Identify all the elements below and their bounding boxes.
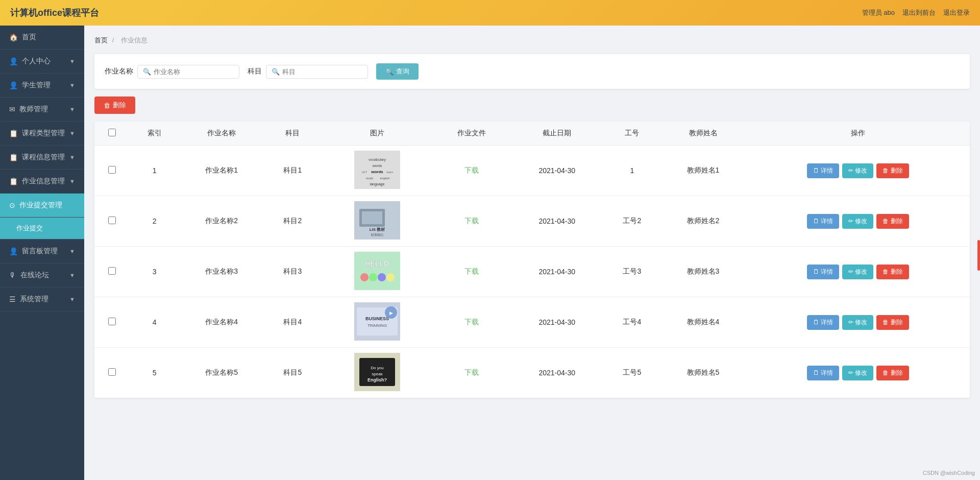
message-board-icon: 👤 (9, 247, 18, 255)
row-checkbox-0 (94, 146, 130, 196)
row-image-0: vocabulary words LET words learn study e… (321, 146, 433, 196)
row-subject-3: 科目4 (264, 297, 321, 348)
col-checkbox (94, 122, 130, 146)
delete-button-2[interactable]: 🗑 删除 (876, 265, 909, 279)
edit-button-0[interactable]: ✏ 修改 (842, 163, 873, 178)
svg-rect-14 (354, 252, 400, 290)
edit-button-1[interactable]: ✏ 修改 (842, 214, 873, 229)
search-btn-label: 查询 (396, 67, 409, 76)
select-all-checkbox[interactable] (108, 129, 116, 136)
sidebar-item-homework-info[interactable]: 📋 作业信息管理 ▼ (0, 170, 84, 194)
delete-button-1[interactable]: 🗑 删除 (876, 214, 909, 229)
download-link-1[interactable]: 下载 (464, 217, 479, 225)
sidebar-label-teacher: 教师管理 (19, 105, 69, 114)
row-checkbox-3 (94, 297, 130, 348)
download-link-3[interactable]: 下载 (464, 318, 479, 326)
svg-text:words: words (372, 164, 382, 167)
header: 计算机office课程平台 管理员 abo 退出到前台 退出登录 (0, 0, 980, 26)
subject-label: 科目 (248, 67, 262, 76)
sidebar-item-course-info[interactable]: 📋 课程信息管理 ▼ (0, 146, 84, 170)
sidebar-item-homework-submit-mgr[interactable]: ⊙ 作业提交管理 (0, 194, 84, 218)
homework-name-label: 作业名称 (105, 67, 133, 76)
row-subject-1: 科目2 (264, 196, 321, 247)
row-download-4[interactable]: 下载 (433, 348, 510, 398)
row-teacher-1: 教师姓名2 (660, 196, 746, 247)
search-button[interactable]: 🔍 查询 (376, 63, 419, 80)
svg-text:联系我们: 联系我们 (371, 233, 383, 236)
table-row: 1 作业名称1 科目1 vocabulary words LET words l… (94, 146, 970, 196)
detail-button-2[interactable]: 🗒 详情 (807, 265, 839, 279)
sidebar-item-teacher[interactable]: ✉ 教师管理 ▼ (0, 98, 84, 122)
row-download-0[interactable]: 下载 (433, 146, 510, 196)
row-download-1[interactable]: 下载 (433, 196, 510, 247)
svg-text:language: language (370, 182, 384, 186)
home-icon: 🏠 (9, 33, 18, 41)
trash-icon: 🗑 (104, 102, 110, 109)
sidebar-item-student[interactable]: 👤 学生管理 ▼ (0, 74, 84, 98)
sidebar-item-forum[interactable]: 🎙 在线论坛 ▼ (0, 263, 84, 287)
homework-name-input[interactable] (154, 68, 234, 76)
row-deadline-2: 2021-04-30 (510, 247, 604, 297)
breadcrumb-home[interactable]: 首页 (94, 36, 108, 44)
row-subject-2: 科目3 (264, 247, 321, 297)
col-name: 作业名称 (179, 122, 264, 146)
svg-text:learn: learn (386, 171, 393, 174)
row-teacher-4: 教师姓名5 (660, 348, 746, 398)
svg-text:LIS 教材: LIS 教材 (369, 227, 385, 232)
row-jobno-1: 工号2 (604, 196, 660, 247)
detail-button-4[interactable]: 🗒 详情 (807, 366, 839, 380)
svg-text:▶: ▶ (389, 310, 393, 316)
row-select-4[interactable] (108, 368, 116, 376)
detail-button-1[interactable]: 🗒 详情 (807, 214, 839, 229)
row-image-3: BUSINESS TRAINING ▶ (321, 297, 433, 348)
sidebar-item-system[interactable]: ☰ 系统管理 ▼ (0, 287, 84, 311)
personal-icon: 👤 (9, 57, 18, 65)
sidebar-item-homework-submit[interactable]: 作业提交 (0, 218, 84, 239)
delete-button-0[interactable]: 🗑 删除 (876, 163, 909, 178)
sidebar: 🏠 首页 👤 个人中心 ▼ 👤 学生管理 ▼ ✉ 教师管理 ▼ 📋 课程类型管理… (0, 26, 84, 480)
breadcrumb-separator: / (112, 36, 116, 44)
detail-button-0[interactable]: 🗒 详情 (807, 163, 839, 178)
col-image: 图片 (321, 122, 433, 146)
svg-text:speak: speak (372, 372, 383, 376)
sidebar-label-course-info: 课程信息管理 (22, 153, 69, 162)
delete-button-4[interactable]: 🗑 删除 (876, 366, 909, 380)
row-jobno-3: 工号4 (604, 297, 660, 348)
row-image-1: LIS 教材 联系我们 (321, 196, 433, 247)
edit-button-4[interactable]: ✏ 修改 (842, 366, 873, 380)
row-download-3[interactable]: 下载 (433, 297, 510, 348)
row-teacher-2: 教师姓名3 (660, 247, 746, 297)
row-actions-1: 🗒 详情 ✏ 修改 🗑 删除 (746, 196, 970, 247)
svg-point-19 (386, 273, 395, 281)
row-index-0: 1 (130, 146, 179, 196)
edit-button-3[interactable]: ✏ 修改 (842, 315, 873, 330)
download-link-0[interactable]: 下载 (464, 166, 479, 174)
edit-button-2[interactable]: ✏ 修改 (842, 265, 873, 279)
sidebar-item-course-type[interactable]: 📋 课程类型管理 ▼ (0, 122, 84, 146)
row-actions-3: 🗒 详情 ✏ 修改 🗑 删除 (746, 297, 970, 348)
download-link-4[interactable]: 下载 (464, 368, 479, 376)
row-select-1[interactable] (108, 217, 116, 224)
row-select-3[interactable] (108, 318, 116, 325)
svg-point-16 (360, 273, 369, 281)
sidebar-label-personal: 个人中心 (22, 57, 69, 66)
row-teacher-0: 教师姓名1 (660, 146, 746, 196)
row-select-2[interactable] (108, 267, 116, 275)
detail-button-3[interactable]: 🗒 详情 (807, 315, 839, 330)
bulk-delete-button[interactable]: 🗑 删除 (94, 97, 135, 114)
sidebar-item-home[interactable]: 🏠 首页 (0, 26, 84, 50)
system-icon: ☰ (9, 295, 16, 303)
row-select-0[interactable] (108, 166, 116, 174)
exit-frontend-btn[interactable]: 退出到前台 (902, 8, 936, 17)
download-link-2[interactable]: 下载 (464, 267, 479, 275)
subject-input[interactable] (282, 68, 362, 76)
chevron-down-icon-3: ▼ (69, 106, 75, 112)
row-download-2[interactable]: 下载 (433, 247, 510, 297)
scrollbar-indicator[interactable] (977, 240, 980, 271)
sidebar-item-message-board[interactable]: 👤 留言板管理 ▼ (0, 239, 84, 263)
row-image-4: Do you speak English? (321, 348, 433, 398)
search-icon-1: 🔍 (143, 68, 151, 76)
sidebar-item-personal[interactable]: 👤 个人中心 ▼ (0, 50, 84, 74)
logout-btn[interactable]: 退出登录 (943, 8, 970, 17)
delete-button-3[interactable]: 🗑 删除 (876, 315, 909, 330)
